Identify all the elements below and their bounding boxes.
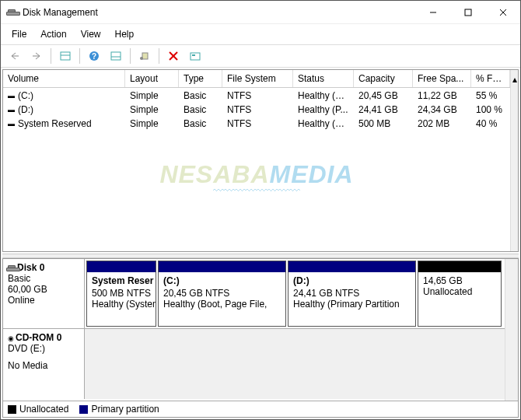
svg-rect-8 <box>111 52 121 60</box>
cdrom-info[interactable]: ◉CD-ROM 0 DVD (E:) No Media <box>3 329 85 399</box>
disk-management-window: Disk Management File Action View Help ? … <box>0 0 521 420</box>
svg-rect-1 <box>465 9 471 16</box>
settings-button[interactable] <box>135 47 154 65</box>
titlebar: Disk Management <box>1 1 520 24</box>
volume-row[interactable]: ▬(C:)SimpleBasicNTFSHealthy (B...20,45 G… <box>3 89 510 103</box>
disk-icon <box>8 264 16 272</box>
col-status[interactable]: Status <box>293 70 354 87</box>
menu-action[interactable]: Action <box>34 26 72 43</box>
menu-view[interactable]: View <box>75 26 107 43</box>
menubar: File Action View Help <box>1 24 520 45</box>
view-bottom-button[interactable] <box>107 47 125 65</box>
toolbar: ? <box>1 45 520 68</box>
svg-rect-15 <box>192 54 195 56</box>
volume-scrollbar[interactable] <box>510 89 518 251</box>
volume-row[interactable]: ▬(D:)SimpleBasicNTFSHealthy (P...24,41 G… <box>3 103 510 117</box>
cdrom-sub: DVD (E:) <box>8 343 79 354</box>
svg-rect-4 <box>61 52 70 60</box>
legend: Unallocated Primary partition <box>3 401 518 417</box>
volume-list-body[interactable]: ▬(C:)SimpleBasicNTFSHealthy (B...20,45 G… <box>3 89 518 251</box>
forward-button[interactable] <box>27 47 46 65</box>
cdrom-row: ◉CD-ROM 0 DVD (E:) No Media <box>3 329 505 399</box>
col-type[interactable]: Type <box>179 70 222 87</box>
partition[interactable]: (C:)20,45 GB NTFSHealthy (Boot, Page Fil… <box>158 261 286 327</box>
volume-list: Volume Layout Type File System Status Ca… <box>2 69 519 252</box>
col-layout[interactable]: Layout <box>125 70 179 87</box>
svg-text:?: ? <box>92 52 96 61</box>
menu-help[interactable]: Help <box>109 26 141 43</box>
disk-map: Disk 0 Basic 60,00 GB Online System Rese… <box>2 258 519 418</box>
partition-unallocated[interactable]: 14,65 GBUnallocated <box>418 261 502 327</box>
legend-unallocated: Unallocated <box>19 404 68 415</box>
col-volume[interactable]: Volume <box>3 70 125 87</box>
volume-list-header: Volume Layout Type File System Status Ca… <box>3 70 510 88</box>
svg-rect-10 <box>142 53 148 59</box>
properties-button[interactable] <box>186 47 205 65</box>
disk-size: 60,00 GB <box>8 284 79 295</box>
col-freespace[interactable]: Free Spa... <box>413 70 471 87</box>
svg-point-11 <box>140 57 143 60</box>
help-button[interactable]: ? <box>85 47 103 65</box>
window-title: Disk Management <box>23 7 415 18</box>
cdrom-state: No Media <box>8 360 79 371</box>
minimize-button[interactable] <box>415 1 450 23</box>
diskmap-scrollbar[interactable] <box>505 259 518 401</box>
delete-button[interactable] <box>164 47 183 65</box>
vscroll-up[interactable]: ▴ <box>510 70 518 89</box>
back-button[interactable] <box>5 47 24 65</box>
view-top-button[interactable] <box>56 47 75 65</box>
volume-icon: ▬ <box>8 92 15 100</box>
legend-unallocated-icon <box>8 405 16 414</box>
svg-rect-14 <box>191 53 200 60</box>
disk-0-partitions: System Reser500 MB NTFSHealthy (System(C… <box>85 259 505 328</box>
cdrom-icon: ◉ <box>8 334 14 342</box>
disk-0-info[interactable]: Disk 0 Basic 60,00 GB Online <box>3 259 85 328</box>
partition[interactable]: System Reser500 MB NTFSHealthy (System <box>86 261 156 327</box>
col-capacity[interactable]: Capacity <box>354 70 413 87</box>
legend-primary: Primary partition <box>91 404 159 415</box>
volume-icon: ▬ <box>8 106 15 114</box>
close-button[interactable] <box>485 1 520 23</box>
volume-icon: ▬ <box>8 120 15 128</box>
disk-0-row: Disk 0 Basic 60,00 GB Online System Rese… <box>3 259 505 329</box>
app-icon <box>5 6 18 19</box>
legend-primary-icon <box>79 405 88 414</box>
disk-state: Online <box>8 295 79 306</box>
maximize-button[interactable] <box>450 1 485 23</box>
volume-row[interactable]: ▬System ReservedSimpleBasicNTFSHealthy (… <box>3 117 510 131</box>
partition[interactable]: (D:)24,41 GB NTFSHealthy (Primary Partit… <box>288 261 416 327</box>
col-filesystem[interactable]: File System <box>222 70 293 87</box>
menu-file[interactable]: File <box>5 26 33 43</box>
cdrom-empty-area <box>85 329 505 399</box>
col-pctfree[interactable]: % Free <box>471 70 510 87</box>
watermark: NESABAMEDIA 〰〰〰〰〰〰〰〰 <box>159 159 353 196</box>
disk-type: Basic <box>8 273 79 284</box>
